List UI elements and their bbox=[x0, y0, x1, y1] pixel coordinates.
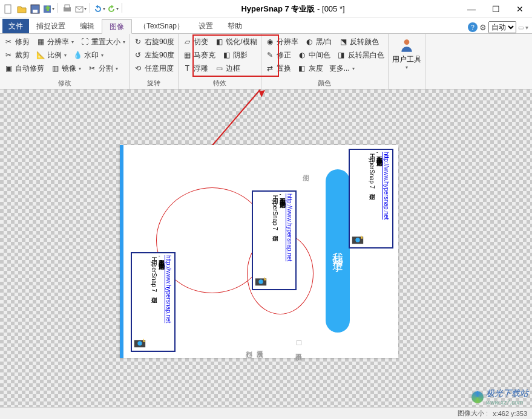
tab-edit[interactable]: 编辑 bbox=[73, 19, 102, 33]
new-icon[interactable] bbox=[2, 3, 15, 15]
rotate-any-icon: ⟲ bbox=[133, 63, 143, 73]
tab-image[interactable]: 图像 bbox=[102, 19, 132, 34]
open-icon[interactable] bbox=[16, 3, 28, 15]
svg-point-7 bbox=[404, 39, 409, 45]
options-icon[interactable]: ▾ bbox=[525, 24, 528, 31]
invert-icon: ⬔ bbox=[338, 37, 348, 47]
svg-rect-5 bbox=[65, 5, 70, 8]
undo-icon[interactable] bbox=[93, 3, 105, 15]
group-modify: ✂修剪 ▦分辨率 ⛶重置大小 ✂裁剪 📐比例 💧水印 ▣自动修剪 ▥镜像 ✂分割… bbox=[0, 34, 130, 89]
window-controls: — ☐ ✕ bbox=[459, 0, 532, 18]
gray-icon: ◧ bbox=[297, 63, 307, 73]
sharpen-button[interactable]: ◧锐化/模糊 bbox=[214, 36, 257, 48]
group-color-title: 颜色 bbox=[265, 77, 384, 89]
group-effects-title: 特效 bbox=[182, 77, 257, 89]
emboss-button[interactable]: T浮雕 bbox=[182, 62, 208, 74]
quick-access-toolbar bbox=[0, 3, 126, 15]
watermark-stamp: 用 HyperSnap 7创建 不再显示水印, 请购注册码于 http://ww… bbox=[349, 149, 393, 248]
shadow-button[interactable]: ◧阴影 bbox=[222, 49, 248, 61]
watermark-stamp: 用 HyperSnap 7创建 不再显示水印, 请购注册码于 http://ww… bbox=[252, 190, 297, 290]
rotate-left-icon: ↺ bbox=[133, 50, 143, 60]
svg-marker-9 bbox=[259, 90, 265, 97]
rotate-right-icon: ↻ bbox=[133, 37, 143, 47]
invert-button[interactable]: ⬔反转颜色 bbox=[338, 36, 379, 48]
print-icon[interactable] bbox=[61, 3, 73, 15]
mirror-button[interactable]: ▥镜像 bbox=[50, 62, 81, 74]
border-icon: ▭ bbox=[214, 63, 224, 73]
rotate-any-button[interactable]: ⟲任意用度 bbox=[133, 62, 174, 74]
more-button[interactable]: 更多... bbox=[329, 62, 355, 74]
invertbw-icon: ◨ bbox=[337, 50, 346, 60]
minimize-button[interactable]: — bbox=[459, 0, 484, 18]
statusbar: 图像大小 : x:462 y:353 bbox=[0, 407, 532, 419]
resize-button[interactable]: ⛶重置大小 bbox=[80, 36, 125, 48]
checkbox-label[interactable]: ☐ 不再提示 bbox=[294, 339, 303, 349]
resolution-button[interactable]: ▦分辨率 bbox=[36, 36, 74, 48]
ok-button[interactable]: 我知道了 bbox=[326, 169, 350, 333]
watermark-stamp: 用 HyperSnap 7创建 不再显示水印, 请购注册码于 http://ww… bbox=[131, 252, 176, 352]
color-resolution-button[interactable]: ◉分辨率 bbox=[265, 36, 298, 48]
user-tools-icon[interactable] bbox=[399, 37, 415, 53]
sharpen-icon: ◧ bbox=[214, 37, 224, 47]
camera-icon bbox=[254, 274, 268, 288]
trim-button[interactable]: ✂修剪 bbox=[4, 36, 30, 48]
gear-icon[interactable]: ⚙ bbox=[479, 23, 487, 32]
tab-settings[interactable]: 设置 bbox=[191, 19, 220, 33]
emboss-icon: T bbox=[182, 63, 192, 73]
image-size-label: 图像大小 : bbox=[458, 409, 488, 418]
middle-icon: ◐ bbox=[297, 50, 307, 60]
rotate-left-button[interactable]: ↺左旋90度 bbox=[133, 49, 174, 61]
paper-edge bbox=[120, 145, 123, 358]
window-title: HyperSnap 7 专业版 - [005 *] bbox=[126, 4, 459, 15]
shear-button[interactable]: ▱切变 bbox=[182, 36, 208, 48]
collapse-ribbon-icon[interactable]: ▭ bbox=[518, 24, 524, 31]
scale-icon: 📐 bbox=[36, 50, 45, 60]
scale-button[interactable]: 📐比例 bbox=[36, 49, 67, 61]
trim-icon: ✂ bbox=[4, 37, 13, 47]
save-icon[interactable] bbox=[29, 3, 41, 15]
svg-rect-0 bbox=[5, 5, 11, 13]
resize-icon: ⛶ bbox=[80, 37, 90, 47]
help-icon[interactable]: ? bbox=[468, 22, 478, 32]
bw-button[interactable]: ◐黑/白 bbox=[304, 36, 332, 48]
group-rotate-title: 旋转 bbox=[133, 77, 174, 89]
split-icon: ✂ bbox=[87, 63, 97, 73]
redo-icon[interactable] bbox=[107, 3, 119, 15]
border-button[interactable]: ▭边框 bbox=[214, 62, 240, 74]
zoom-select[interactable]: 自动 bbox=[488, 21, 516, 33]
shadow-icon: ◧ bbox=[222, 50, 231, 60]
user-tools-label: 用户工具 bbox=[392, 54, 421, 65]
autotrim-icon: ▣ bbox=[4, 63, 13, 73]
group-rotate: ↻右旋90度 ↺左旋90度 ⟲任意用度 旋转 bbox=[130, 34, 179, 89]
replace-button[interactable]: ⇄置换 bbox=[265, 62, 291, 74]
canvas-area[interactable]: 我知道了 别担心 再次提示 使用 ☐ 不再提示 用 HyperSnap 7创建 … bbox=[0, 89, 532, 407]
rotate-right-button[interactable]: ↻右旋90度 bbox=[133, 36, 174, 48]
mosaic-button[interactable]: ▦马赛克 bbox=[182, 49, 215, 61]
middle-button[interactable]: ◐中间色 bbox=[297, 49, 330, 61]
image-document[interactable]: 我知道了 别担心 再次提示 使用 ☐ 不再提示 用 HyperSnap 7创建 … bbox=[120, 145, 398, 358]
correct-button[interactable]: ✎修正 bbox=[265, 49, 291, 61]
autotrim-button[interactable]: ▣自动修剪 bbox=[4, 62, 44, 74]
mirror-icon: ▥ bbox=[50, 63, 60, 73]
close-button[interactable]: ✕ bbox=[508, 0, 532, 18]
svg-point-11 bbox=[137, 341, 142, 345]
watermark-icon: 💧 bbox=[73, 50, 82, 60]
file-tab[interactable]: 文件 bbox=[2, 19, 29, 33]
watermark-button[interactable]: 💧水印 bbox=[73, 49, 103, 61]
email-icon[interactable] bbox=[74, 3, 87, 15]
crop-button[interactable]: ✂裁剪 bbox=[4, 49, 30, 61]
tab-capture[interactable]: 捕捉设置 bbox=[29, 19, 73, 33]
tab-textsnap[interactable]: （TextSnap） bbox=[132, 19, 191, 33]
tab-help[interactable]: 帮助 bbox=[220, 19, 249, 33]
maximize-button[interactable]: ☐ bbox=[484, 0, 508, 18]
group-effects: ▱切变 ◧锐化/模糊 ▦马赛克 ◧阴影 T浮雕 ▭边框 特效 bbox=[179, 34, 261, 89]
saveas-icon[interactable] bbox=[42, 3, 54, 15]
color-wheel-icon: ◉ bbox=[265, 37, 275, 47]
group-color: ◉分辨率 ◐黑/白 ⬔反转颜色 ✎修正 ◐中间色 ◨反转黑白色 ⇄置换 ◧灰度 … bbox=[261, 34, 389, 89]
split-button[interactable]: ✂分割 bbox=[87, 62, 118, 74]
svg-rect-2 bbox=[33, 10, 38, 13]
bw-icon: ◐ bbox=[304, 37, 314, 47]
svg-point-13 bbox=[258, 279, 263, 284]
gray-button[interactable]: ◧灰度 bbox=[297, 62, 323, 74]
invertbw-button[interactable]: ◨反转黑白色 bbox=[337, 49, 384, 61]
